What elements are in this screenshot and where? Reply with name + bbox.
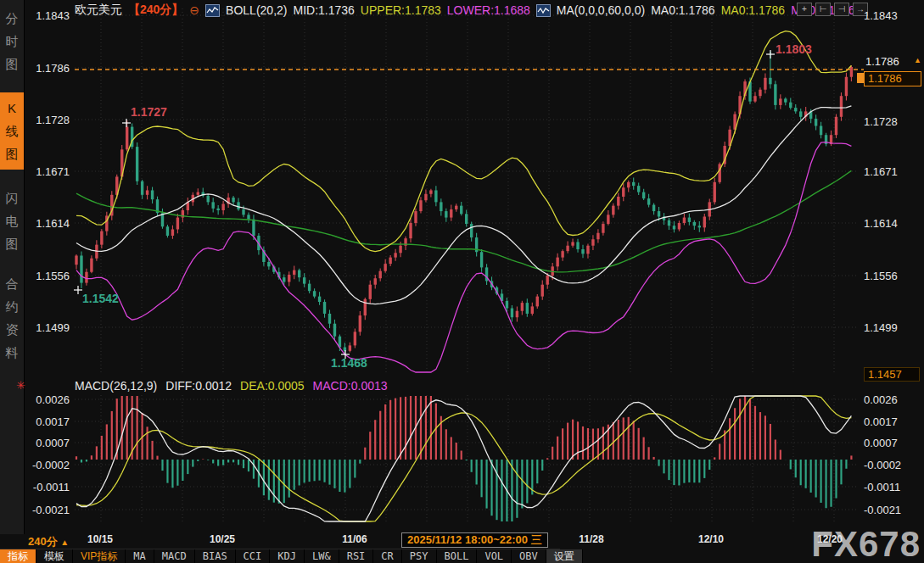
pan-left-button[interactable]: ⊢ xyxy=(815,3,831,16)
y-axis-right-label: 1.1499 xyxy=(864,321,898,334)
sidebar-tab-char: 闪 xyxy=(0,187,24,209)
y-axis-right-label: 1.1556 xyxy=(864,270,898,282)
toolbar-item-指标[interactable]: 指标 xyxy=(0,549,36,563)
macd-dea-value: DEA:0.0005 xyxy=(240,379,305,393)
macd-axis-right-label: 0.0007 xyxy=(864,437,898,449)
y-axis-left-label: 1.1671 xyxy=(27,165,70,178)
boll-label: BOLL(20,2) xyxy=(226,3,287,17)
footer-period-arrow-icon: ▲ xyxy=(60,538,69,547)
price-annotation: 1.1468 xyxy=(331,356,367,370)
chart-header: 欧元美元 【240分】 ⊖ BOLL(20,2) MID:1.1736 UPPE… xyxy=(75,3,855,18)
y-axis-left-label: 1.1614 xyxy=(27,217,70,230)
toolbar-item-PSY[interactable]: PSY xyxy=(402,549,437,563)
sidebar-tab-char: 图 xyxy=(0,142,24,165)
toolbar-item-BOLL[interactable]: BOLL xyxy=(437,549,478,563)
toolbar-item-CCI[interactable]: CCI xyxy=(236,549,271,563)
y-axis-left-label: 1.1843 xyxy=(27,9,70,22)
sidebar-tab-char: 分 xyxy=(0,7,24,30)
toolbar-item-MACD[interactable]: MACD xyxy=(154,549,195,563)
macd-axis-left-label: 0.0026 xyxy=(27,393,70,406)
price-annotation: 1.1727 xyxy=(131,105,167,119)
y-axis-left-label: 1.1728 xyxy=(27,114,70,126)
toolbar-item-RSI[interactable]: RSI xyxy=(339,549,374,563)
price-annotation: 1.1542 xyxy=(82,292,119,305)
indicator-star-icon[interactable]: ✳ xyxy=(16,379,25,392)
ma0-value-2: MA0:1.1786 xyxy=(721,3,786,17)
sidebar-tab-char: 图 xyxy=(0,53,24,75)
macd-label: MACD(26,12,9) xyxy=(75,379,157,393)
x-axis-tick-10-15: 10/15 xyxy=(87,533,113,545)
y-axis-left-label: 1.1499 xyxy=(27,321,70,334)
x-axis-tick-10-25: 10/25 xyxy=(210,533,235,545)
current-price-box: 1.1786 xyxy=(864,71,921,86)
sidebar-tab-char: 料 xyxy=(0,341,24,364)
toolbar-item-BIAS[interactable]: BIAS xyxy=(195,549,236,563)
sidebar-tab-char: 电 xyxy=(0,209,24,232)
trading-app-window: 分时图K线图闪电图合约资料 欧元美元 【240分】 ⊖ BOLL(20,2) M… xyxy=(0,0,924,563)
macd-axis-right-label: 0.0026 xyxy=(864,393,898,406)
ma0-value-1: MA0:1.1786 xyxy=(651,3,715,17)
pan-right-button[interactable]: ⊣ xyxy=(834,3,849,16)
y-axis-right-label: 1.1843 xyxy=(864,9,898,22)
toolbar-item-模板[interactable]: 模板 xyxy=(36,549,73,563)
toolbar-item-VIP指标[interactable]: VIP指标 xyxy=(73,549,126,563)
boll-mid-value: MID:1.1736 xyxy=(293,3,354,17)
sidebar-tab-char: 时 xyxy=(0,30,24,53)
sidebar-tab-char: 线 xyxy=(0,120,24,142)
footer-period-text: 240分 xyxy=(28,535,58,548)
x-axis-tick-11-06: 11/06 xyxy=(342,533,367,545)
sidebar-tab-char: 图 xyxy=(0,232,24,255)
sidebar-tab-合约资料[interactable]: 合约资料 xyxy=(0,272,24,364)
boll-upper-value: UPPER:1.1783 xyxy=(361,3,441,17)
toolbar-item-MA[interactable]: MA xyxy=(126,549,154,563)
collapse-circle-icon[interactable]: ⊖ xyxy=(189,3,199,17)
symbol-name: 欧元美元 xyxy=(75,3,122,18)
toolbar-item-OBV[interactable]: OBV xyxy=(512,549,546,563)
footer-period-selector[interactable]: 240分 ▲ xyxy=(28,534,69,549)
sidebar-tab-char: K xyxy=(0,97,24,120)
macd-axis-right-label: -0.0002 xyxy=(864,459,901,471)
y-axis-right-label: 1.1614 xyxy=(864,217,898,230)
ma-indicator-icon[interactable] xyxy=(536,4,551,17)
x-axis-tick-11-28: 11/28 xyxy=(579,533,603,545)
last-price-label: 1.1786 xyxy=(865,55,899,68)
macd-axis-left-label: 0.0017 xyxy=(27,415,70,428)
ma-label: MA(0,0,0,60,0,0) xyxy=(557,3,645,17)
toolbar-item-设置[interactable]: 设置 xyxy=(546,549,583,563)
macd-axis-right-label: -0.0011 xyxy=(864,481,900,493)
sidebar-tab-char: 资 xyxy=(0,318,24,341)
boll-lower-value: LOWER:1.1688 xyxy=(447,3,530,17)
boll-indicator-icon[interactable] xyxy=(205,4,220,17)
sidebar-tab-闪电图[interactable]: 闪电图 xyxy=(0,187,24,255)
sidebar-tab-K线图[interactable]: K线图 xyxy=(0,92,24,170)
y-axis-right-label: 1.1671 xyxy=(864,165,898,178)
y-axis-left-label: 1.1556 xyxy=(27,270,70,282)
macd-diff-value: DIFF:0.0012 xyxy=(165,379,232,393)
sidebar-tab-分时图[interactable]: 分时图 xyxy=(0,7,24,75)
range-low-price-box: 1.1457 xyxy=(864,367,920,382)
macd-axis-left-label: -0.0021 xyxy=(27,504,70,516)
macd-axis-left-label: 0.0007 xyxy=(27,437,70,449)
period-badge[interactable]: 【240分】 xyxy=(128,3,183,18)
indicator-toolbar: 指标模板VIP指标MAMACDBIASCCIKDJLW&RSICRPSYBOLL… xyxy=(0,549,560,563)
left-sidebar: 分时图K线图闪电图合约资料 xyxy=(0,0,25,534)
macd-axis-right-label: -0.0021 xyxy=(864,504,901,516)
sidebar-tab-char: 合 xyxy=(0,272,24,295)
toolbar-item-CR[interactable]: CR xyxy=(373,549,401,563)
crosshair-button[interactable]: + xyxy=(797,3,812,16)
macd-axis-left-label: -0.0011 xyxy=(27,481,70,493)
crosshair-date-box: 2025/11/12 18:00~22:00 三 xyxy=(401,532,548,548)
macd-header: MACD(26,12,9) DIFF:0.0012 DEA:0.0005 MAC… xyxy=(75,379,388,393)
macd-axis-right-label: 0.0017 xyxy=(864,415,898,428)
toolbar-item-LW&[interactable]: LW& xyxy=(305,549,339,563)
price-annotation: 1.1803 xyxy=(776,42,812,56)
toolbar-item-KDJ[interactable]: KDJ xyxy=(270,549,305,563)
price-up-arrow-icon: ▲ xyxy=(914,56,921,64)
sidebar-tab-char: 约 xyxy=(0,295,24,318)
kline-macd-chart[interactable] xyxy=(0,0,924,563)
y-axis-right-label: 1.1728 xyxy=(864,115,898,128)
toolbar-item-VOL[interactable]: VOL xyxy=(477,549,512,563)
macd-axis-left-label: -0.0002 xyxy=(27,459,70,471)
y-axis-left-label: 1.1786 xyxy=(27,62,70,75)
chart-toolbar-buttons: +⊢⊣→ xyxy=(797,3,868,16)
